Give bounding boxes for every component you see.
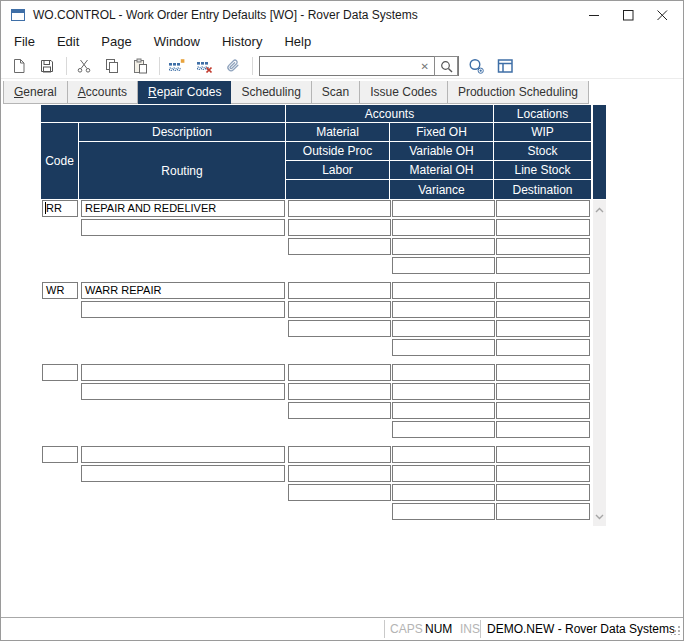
resize-grip[interactable] (671, 624, 681, 638)
field-destination[interactable] (496, 257, 590, 274)
field-variable-oh[interactable] (392, 465, 495, 482)
scroll-down-button[interactable] (593, 509, 606, 524)
field-fixed-oh[interactable] (392, 200, 495, 217)
new-document-button[interactable] (6, 55, 31, 77)
menu-history[interactable]: History (211, 31, 273, 52)
search-button[interactable] (434, 56, 458, 76)
close-button[interactable] (645, 1, 679, 29)
field-routing[interactable] (81, 301, 285, 318)
toolbar-separator (66, 57, 67, 75)
find-view-button[interactable] (465, 56, 489, 76)
field-fixed-oh[interactable] (392, 364, 495, 381)
tab-scheduling[interactable]: Scheduling (231, 81, 311, 104)
field-destination[interactable] (496, 503, 590, 520)
field-material[interactable] (288, 200, 391, 217)
field-routing[interactable] (81, 465, 285, 482)
field-stock[interactable] (496, 383, 590, 400)
header-cell-outside-proc: Outside Proc (286, 142, 390, 161)
vertical-scrollbar[interactable] (593, 200, 606, 526)
insert-rows-button[interactable] (164, 55, 189, 77)
field-labor[interactable] (288, 402, 391, 419)
minimize-button[interactable] (577, 1, 611, 29)
field-description[interactable] (81, 364, 285, 381)
menu-edit[interactable]: Edit (46, 31, 90, 52)
field-stock[interactable] (496, 301, 590, 318)
delete-rows-icon (196, 58, 213, 74)
field-material[interactable] (288, 282, 391, 299)
search-clear-icon[interactable]: ✕ (416, 61, 434, 72)
field-description[interactable]: WARR REPAIR (81, 282, 285, 299)
field-material-oh[interactable] (392, 320, 495, 337)
field-description[interactable] (81, 446, 285, 463)
field-labor[interactable] (288, 238, 391, 255)
tab-repair-codes[interactable]: Repair Codes (138, 81, 231, 104)
field-fixed-oh[interactable] (392, 282, 495, 299)
field-destination[interactable] (496, 339, 590, 356)
window-layout-button[interactable] (493, 56, 517, 76)
cut-button[interactable] (71, 55, 96, 77)
statusbar-separator (384, 620, 385, 638)
tab-production-scheduling[interactable]: Production Scheduling (448, 81, 589, 104)
field-labor[interactable] (288, 484, 391, 501)
field-wip[interactable] (496, 200, 590, 217)
menu-file[interactable]: File (3, 31, 46, 52)
field-code[interactable] (42, 364, 78, 381)
delete-rows-button[interactable] (192, 55, 217, 77)
field-line-stock[interactable] (496, 320, 590, 337)
field-outside-proc[interactable] (288, 465, 391, 482)
field-line-stock[interactable] (496, 484, 590, 501)
field-description[interactable]: REPAIR AND REDELIVER (81, 200, 285, 217)
field-code[interactable]: WR (42, 282, 78, 299)
tab-accounts[interactable]: Accounts (68, 81, 138, 104)
search-input[interactable] (260, 59, 416, 73)
attachment-button[interactable] (220, 55, 245, 77)
field-variance[interactable] (392, 339, 495, 356)
field-fixed-oh[interactable] (392, 446, 495, 463)
field-variable-oh[interactable] (392, 383, 495, 400)
field-material[interactable] (288, 446, 391, 463)
paste-icon (132, 58, 148, 74)
field-variance[interactable] (392, 503, 495, 520)
chevron-down-icon (595, 514, 604, 520)
field-routing[interactable] (81, 219, 285, 236)
field-material[interactable] (288, 364, 391, 381)
menu-page[interactable]: Page (90, 31, 142, 52)
search-icon (440, 60, 453, 73)
menu-window[interactable]: Window (143, 31, 211, 52)
field-material-oh[interactable] (392, 402, 495, 419)
new-document-icon (11, 58, 27, 74)
field-wip[interactable] (496, 364, 590, 381)
field-material-oh[interactable] (392, 484, 495, 501)
field-material-oh[interactable] (392, 238, 495, 255)
field-stock[interactable] (496, 219, 590, 236)
tab-issue-codes[interactable]: Issue Codes (360, 81, 448, 104)
maximize-button[interactable] (611, 1, 645, 29)
field-variance[interactable] (392, 421, 495, 438)
field-line-stock[interactable] (496, 402, 590, 419)
scroll-up-button[interactable] (593, 202, 606, 217)
field-routing[interactable] (81, 383, 285, 400)
field-code[interactable]: RR (42, 200, 78, 217)
field-line-stock[interactable] (496, 238, 590, 255)
field-outside-proc[interactable] (288, 301, 391, 318)
paste-button[interactable] (127, 55, 152, 77)
attachment-icon (225, 58, 241, 74)
field-labor[interactable] (288, 320, 391, 337)
text-caret (45, 202, 46, 214)
field-wip[interactable] (496, 446, 590, 463)
menu-help[interactable]: Help (273, 31, 322, 52)
field-outside-proc[interactable] (288, 219, 391, 236)
field-variable-oh[interactable] (392, 301, 495, 318)
resize-grip-icon (671, 625, 681, 635)
field-code[interactable] (42, 446, 78, 463)
save-button[interactable] (34, 55, 59, 77)
tab-scan[interactable]: Scan (312, 81, 360, 104)
field-variance[interactable] (392, 257, 495, 274)
field-destination[interactable] (496, 421, 590, 438)
field-wip[interactable] (496, 282, 590, 299)
copy-button[interactable] (99, 55, 124, 77)
field-outside-proc[interactable] (288, 383, 391, 400)
field-stock[interactable] (496, 465, 590, 482)
field-variable-oh[interactable] (392, 219, 495, 236)
tab-general[interactable]: General (3, 81, 68, 104)
